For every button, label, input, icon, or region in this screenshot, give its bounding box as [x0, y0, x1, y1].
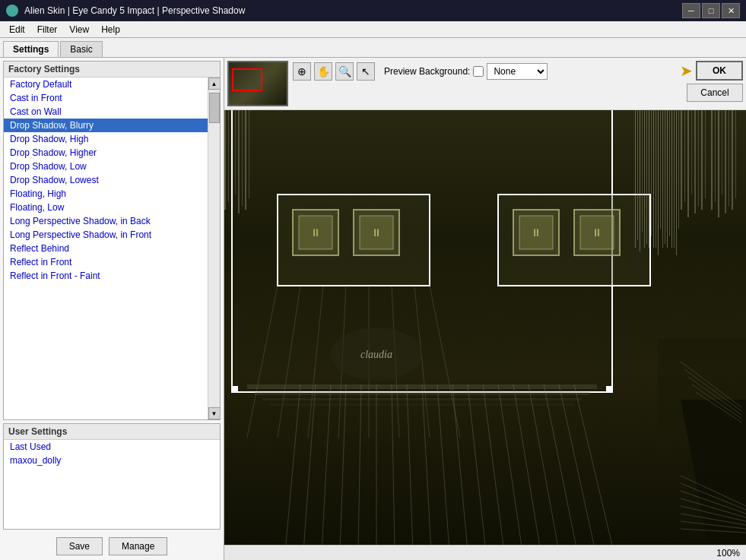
svg-rect-22 — [725, 110, 726, 214]
thumbnail-selection — [232, 68, 262, 91]
svg-text:⏸: ⏸ — [310, 226, 321, 239]
svg-rect-82 — [640, 110, 640, 252]
minimize-button[interactable]: ─ — [682, 3, 700, 18]
settings-item-drop-shadow-lowest[interactable]: Drop Shadow, Lowest — [4, 173, 208, 187]
tab-basic[interactable]: Basic — [60, 41, 102, 57]
user-settings-container: User Settings Last Used maxou_dolly — [3, 423, 221, 530]
settings-item-drop-shadow-low[interactable]: Drop Shadow, Low — [4, 160, 208, 173]
settings-item-long-perspective-front[interactable]: Long Perspective Shadow, in Front — [4, 228, 208, 242]
settings-item-drop-shadow-blurry[interactable]: Drop Shadow, Blurry — [4, 119, 208, 132]
magnify-icon: 🔍 — [338, 65, 351, 78]
svg-rect-20 — [718, 110, 719, 217]
svg-rect-88 — [653, 110, 654, 248]
svg-rect-3 — [228, 110, 229, 202]
cast-on-wall-wrapper: Cast on Wall — [4, 105, 208, 119]
svg-rect-7 — [242, 110, 243, 206]
user-settings-maxou-dolly[interactable]: maxou_dolly — [4, 454, 220, 467]
svg-rect-81 — [637, 110, 638, 240]
cancel-button[interactable]: Cancel — [687, 84, 743, 102]
scrollbar[interactable]: ▲ ▼ — [208, 78, 220, 419]
svg-rect-54 — [255, 392, 589, 395]
maximize-button[interactable]: □ — [702, 3, 720, 18]
settings-item-cast-in-front[interactable]: Cast in Front — [4, 91, 208, 105]
cast-in-front-wrapper: Cast in Front — [4, 91, 208, 105]
settings-item-cast-on-wall[interactable]: Cast on Wall — [4, 105, 208, 119]
ok-button[interactable]: OK — [696, 61, 743, 81]
svg-rect-16 — [701, 110, 703, 210]
scroll-thumb[interactable] — [209, 93, 220, 123]
scroll-down-button[interactable]: ▼ — [208, 407, 221, 419]
svg-rect-10 — [681, 110, 682, 210]
select-tool-button[interactable]: ↖ — [357, 62, 375, 81]
settings-item-reflect-in-front-faint[interactable]: Reflect in Front - Faint — [4, 269, 208, 283]
preview-background-control: Preview Background: None — [384, 63, 548, 80]
settings-item-floating-low[interactable]: Floating, Low — [4, 201, 208, 214]
tab-bar: Settings Basic — [0, 38, 746, 58]
zoom-in-tool-button[interactable]: ⊕ — [293, 62, 311, 81]
zoom-in-icon: ⊕ — [297, 65, 306, 78]
settings-item-reflect-behind[interactable]: Reflect Behind — [4, 242, 208, 255]
svg-rect-96 — [671, 110, 672, 248]
drop-shadow-blurry-wrapper: Drop Shadow, Blurry ➤ — [4, 119, 208, 132]
user-settings-last-used[interactable]: Last Used — [4, 440, 220, 454]
svg-rect-21 — [722, 110, 722, 195]
svg-rect-12 — [687, 110, 689, 217]
title-text: Alien Skin | Eye Candy 5 Impact | Perspe… — [24, 5, 245, 16]
settings-item-drop-shadow-high[interactable]: Drop Shadow, High — [4, 132, 208, 146]
svg-rect-13 — [691, 110, 692, 195]
save-button[interactable]: Save — [56, 537, 103, 555]
title-controls[interactable]: ─ □ ✕ — [682, 3, 740, 18]
svg-rect-1 — [224, 110, 746, 545]
svg-rect-93 — [665, 110, 665, 244]
settings-item-factory-default[interactable]: Factory Default — [4, 78, 208, 91]
close-button[interactable]: ✕ — [722, 3, 740, 18]
zoom-tool-button[interactable]: 🔍 — [335, 62, 354, 81]
user-settings-header: User Settings — [4, 424, 220, 440]
svg-text:⏸: ⏸ — [592, 226, 602, 239]
preview-area: ⏸ ⏸ ⏸ ⏸ — [224, 110, 746, 545]
settings-item-reflect-in-front[interactable]: Reflect in Front — [4, 255, 208, 269]
svg-rect-116 — [232, 386, 238, 392]
status-bar: 100% — [224, 545, 746, 560]
svg-rect-18 — [711, 110, 713, 210]
menu-edit[interactable]: Edit — [3, 23, 31, 36]
preview-svg: ⏸ ⏸ ⏸ ⏸ — [224, 110, 746, 545]
svg-rect-8 — [245, 110, 246, 210]
svg-rect-97 — [674, 110, 675, 248]
bottom-buttons: Save Manage — [0, 533, 224, 560]
floating-low-wrapper: Floating, Low — [4, 201, 208, 214]
menu-help[interactable]: Help — [95, 23, 126, 36]
manage-button[interactable]: Manage — [109, 537, 167, 555]
svg-rect-25 — [735, 110, 736, 198]
drop-shadow-lowest-wrapper: Drop Shadow, Lowest — [4, 173, 208, 187]
menu-view[interactable]: View — [63, 23, 95, 36]
arrow-tool-icon: ↖ — [361, 65, 370, 78]
svg-rect-24 — [732, 110, 733, 210]
svg-rect-23 — [729, 110, 729, 206]
svg-rect-30 — [606, 386, 612, 392]
menu-filter[interactable]: Filter — [31, 23, 64, 36]
svg-rect-55 — [262, 398, 582, 400]
drop-shadow-higher-wrapper: Drop Shadow, Higher — [4, 146, 208, 160]
svg-rect-83 — [642, 110, 643, 233]
settings-item-floating-high[interactable]: Floating, High — [4, 187, 208, 201]
menu-bar: Edit Filter View Help — [0, 21, 746, 38]
settings-item-drop-shadow-higher[interactable]: Drop Shadow, Higher — [4, 146, 208, 160]
svg-rect-94 — [667, 110, 668, 248]
long-perspective-back-wrapper: Long Perspective Shadow, in Back — [4, 214, 208, 228]
svg-rect-84 — [644, 110, 645, 248]
settings-item-long-perspective-back[interactable]: Long Perspective Shadow, in Back — [4, 214, 208, 228]
tab-settings[interactable]: Settings — [3, 41, 59, 57]
toolbar-icons: ⊕ ✋ 🔍 ↖ Preview Background: None — [291, 61, 549, 82]
svg-rect-9 — [249, 110, 249, 198]
pan-tool-button[interactable]: ✋ — [314, 62, 332, 81]
scroll-up-button[interactable]: ▲ — [208, 78, 221, 90]
thumbnail-preview — [227, 61, 288, 106]
long-perspective-front-wrapper: Long Perspective Shadow, in Front — [4, 228, 208, 242]
preview-background-checkbox[interactable] — [473, 66, 484, 77]
svg-rect-85 — [646, 110, 647, 244]
svg-rect-57 — [278, 409, 567, 410]
ok-arrow-icon: ➤ — [680, 62, 693, 80]
preview-background-select[interactable]: None — [487, 63, 548, 80]
preview-background-label: Preview Background: — [384, 66, 470, 77]
